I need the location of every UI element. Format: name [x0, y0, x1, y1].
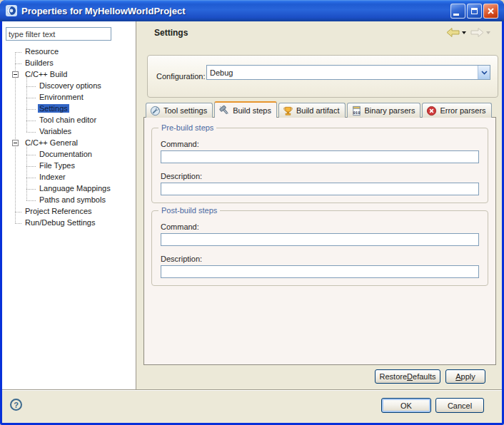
tree-item-run-debug-settings[interactable]: Run/Debug Settings: [2, 217, 135, 229]
description-label: Description:: [161, 172, 479, 180]
tree-item-variables[interactable]: Variables: [2, 126, 135, 138]
dialog-body: Resource Builders C/C++ Build Discovery …: [2, 21, 502, 423]
tree-item-file-types[interactable]: File Types: [2, 160, 135, 172]
page-title: Settings: [154, 28, 188, 38]
command-label: Command:: [161, 222, 479, 231]
tree-item-indexer[interactable]: Indexer: [2, 172, 135, 183]
tree-item-project-references[interactable]: Project References: [2, 206, 135, 217]
chevron-down-icon: [481, 71, 488, 75]
build-artifact-icon: [283, 106, 293, 116]
apply-button[interactable]: Apply: [445, 369, 485, 384]
tree-item-discovery-options[interactable]: Discovery options: [2, 81, 135, 92]
pre-build-command-input[interactable]: [161, 150, 479, 163]
restore-defaults-button[interactable]: Restore Defaults: [375, 369, 440, 384]
tab-binary-parsers[interactable]: 010 Binary parsers: [347, 103, 421, 118]
close-icon: [487, 7, 495, 15]
minimize-button[interactable]: [450, 4, 465, 19]
tree-item-cpp-build[interactable]: C/C++ Build: [2, 69, 135, 81]
post-build-command-input[interactable]: [161, 233, 479, 246]
properties-dialog: Properties for MyHellowWorldProject Reso…: [0, 0, 504, 425]
back-icon[interactable]: [446, 27, 460, 38]
tree-item-paths-and-symbols[interactable]: Paths and symbols: [2, 195, 135, 206]
tree-item-settings[interactable]: Settings: [2, 103, 135, 115]
combo-dropdown-button[interactable]: [478, 66, 490, 79]
footer-divider: [2, 389, 502, 391]
group-title: Pre-build steps: [158, 123, 216, 132]
post-build-steps-group: Post-build steps Command: Description:: [151, 210, 488, 286]
collapse-toggle-icon[interactable]: [12, 140, 19, 146]
tree-item-documentation[interactable]: Documentation: [2, 149, 135, 160]
back-dropdown-icon[interactable]: [462, 31, 466, 34]
collapse-toggle-icon[interactable]: [12, 71, 19, 78]
svg-text:010: 010: [353, 110, 361, 115]
properties-tree: Resource Builders C/C++ Build Discovery …: [2, 46, 135, 389]
build-steps-panel: Pre-build steps Command: Description: Po…: [143, 117, 496, 365]
tab-error-parsers[interactable]: Error parsers: [422, 103, 491, 118]
build-steps-icon: [218, 105, 230, 116]
history-navigation: [446, 27, 493, 38]
navigation-panel: Resource Builders C/C++ Build Discovery …: [2, 21, 136, 389]
cancel-button[interactable]: Cancel: [435, 398, 484, 413]
titlebar[interactable]: Properties for MyHellowWorldProject: [0, 0, 504, 21]
tree-item-cpp-general[interactable]: C/C++ General: [2, 138, 135, 149]
configuration-value: Debug: [207, 68, 478, 77]
filter-input[interactable]: [6, 27, 111, 41]
tab-build-steps[interactable]: Build steps: [214, 101, 277, 118]
tab-build-artifact[interactable]: Build artifact: [278, 103, 346, 118]
help-icon[interactable]: ?: [10, 399, 22, 411]
eclipse-app-icon: [6, 5, 17, 16]
window-title: Properties for MyHellowWorldProject: [21, 6, 450, 16]
ok-button[interactable]: OK: [381, 398, 431, 413]
settings-tabs: Tool settings Build steps: [146, 101, 493, 118]
forward-icon-disabled[interactable]: [470, 27, 484, 38]
close-button[interactable]: [483, 4, 498, 19]
description-label: Description:: [161, 255, 479, 263]
tree-item-tool-chain-editor[interactable]: Tool chain editor: [2, 115, 135, 126]
pre-build-steps-group: Pre-build steps Command: Description:: [151, 128, 488, 203]
forward-dropdown-icon[interactable]: [486, 31, 490, 34]
configuration-combo[interactable]: Debug: [206, 65, 490, 80]
command-label: Command:: [161, 140, 479, 148]
post-build-description-input[interactable]: [161, 265, 479, 278]
maximize-button[interactable]: [467, 4, 482, 19]
configuration-panel: Configuration: Debug: [147, 55, 498, 98]
tab-tool-settings[interactable]: Tool settings: [146, 103, 213, 118]
tree-item-builders[interactable]: Builders: [2, 58, 135, 69]
tree-item-resource[interactable]: Resource: [2, 46, 135, 58]
pre-build-description-input[interactable]: [161, 183, 479, 195]
configuration-label: Configuration:: [156, 72, 206, 81]
tool-settings-icon: [150, 106, 161, 116]
tree-item-language-mappings[interactable]: Language Mappings: [2, 183, 135, 195]
window-controls: [450, 4, 498, 19]
binary-parsers-icon: 010: [351, 106, 362, 116]
tree-item-environment[interactable]: Environment: [2, 92, 135, 103]
group-title: Post-build steps: [158, 206, 220, 215]
error-parsers-icon: [426, 106, 437, 116]
settings-page: Settings Configuration: Debug: [137, 21, 502, 389]
